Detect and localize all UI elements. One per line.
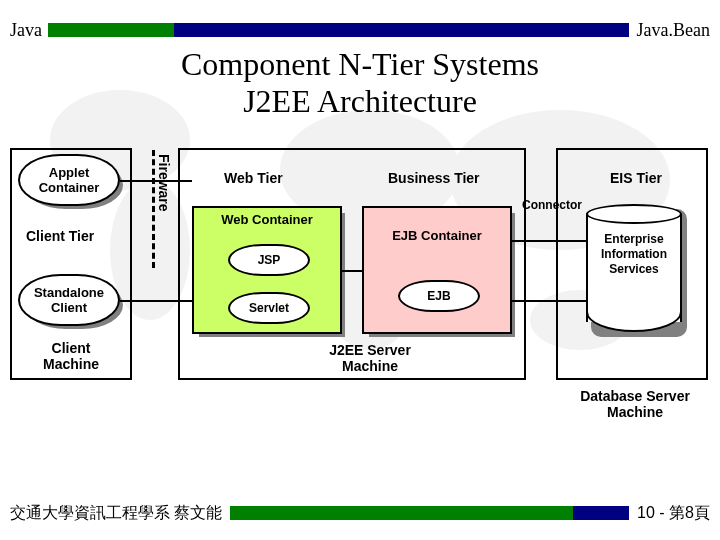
eis-tier-label: EIS Tier xyxy=(610,170,662,186)
db-machine-label: Database Server Machine xyxy=(560,388,710,420)
client-tier-label: Client Tier xyxy=(26,228,94,244)
footer-bar-green xyxy=(230,506,573,520)
title-line-2: J2EE Architecture xyxy=(0,83,720,120)
client-machine-label: Client Machine xyxy=(28,340,114,372)
diagram-stage: Applet Container Client Tier Standalone … xyxy=(0,140,720,430)
ejb-label: EJB xyxy=(427,289,450,303)
header-right-text: Java.Bean xyxy=(637,20,710,41)
web-container-label: Web Container xyxy=(194,212,340,227)
web-tier-label: Web Tier xyxy=(224,170,283,186)
firewall-line-icon xyxy=(152,150,155,268)
ejb-node: EJB xyxy=(398,280,480,312)
firewall-label: Fireware xyxy=(156,154,172,212)
header-left-text: Java xyxy=(10,20,42,41)
line-standalone-web xyxy=(120,300,192,302)
footer-left-text: 交通大學資訊工程學系 蔡文能 xyxy=(10,503,222,524)
servlet-label: Servlet xyxy=(249,301,289,315)
eis-cylinder-label: Enterprise Information Services xyxy=(590,232,678,277)
ejb-container-box: EJB Container EJB xyxy=(362,206,512,334)
footer-bar-navy xyxy=(573,506,629,520)
line-web-ejb xyxy=(342,270,362,272)
line-ejb-eis-top xyxy=(512,240,586,242)
standalone-client-node: Standalone Client xyxy=(18,274,120,326)
ejb-container-label: EJB Container xyxy=(364,228,510,243)
connector-label: Connector xyxy=(522,198,582,212)
applet-container-node: Applet Container xyxy=(18,154,120,206)
line-ejb-eis-bot xyxy=(512,300,586,302)
servlet-node: Servlet xyxy=(228,292,310,324)
slide-title: Component N-Tier Systems J2EE Architectu… xyxy=(0,46,720,120)
title-line-1: Component N-Tier Systems xyxy=(0,46,720,83)
applet-container-label: Applet Container xyxy=(20,165,118,195)
footer-right-text: 10 - 第8頁 xyxy=(637,503,710,524)
slide-header: Java Java.Bean xyxy=(10,18,710,42)
header-bar-navy xyxy=(174,23,629,37)
business-tier-label: Business Tier xyxy=(388,170,480,186)
jsp-node: JSP xyxy=(228,244,310,276)
slide-footer: 交通大學資訊工程學系 蔡文能 10 - 第8頁 xyxy=(10,502,710,524)
server-machine-label: J2EE Server Machine xyxy=(300,342,440,374)
jsp-label: JSP xyxy=(258,253,281,267)
eis-cylinder-icon: Enterprise Information Services xyxy=(586,204,682,332)
line-applet-web xyxy=(120,180,192,182)
web-container-box: Web Container JSP Servlet xyxy=(192,206,342,334)
header-bar-green xyxy=(48,23,174,37)
standalone-client-label: Standalone Client xyxy=(20,285,118,315)
